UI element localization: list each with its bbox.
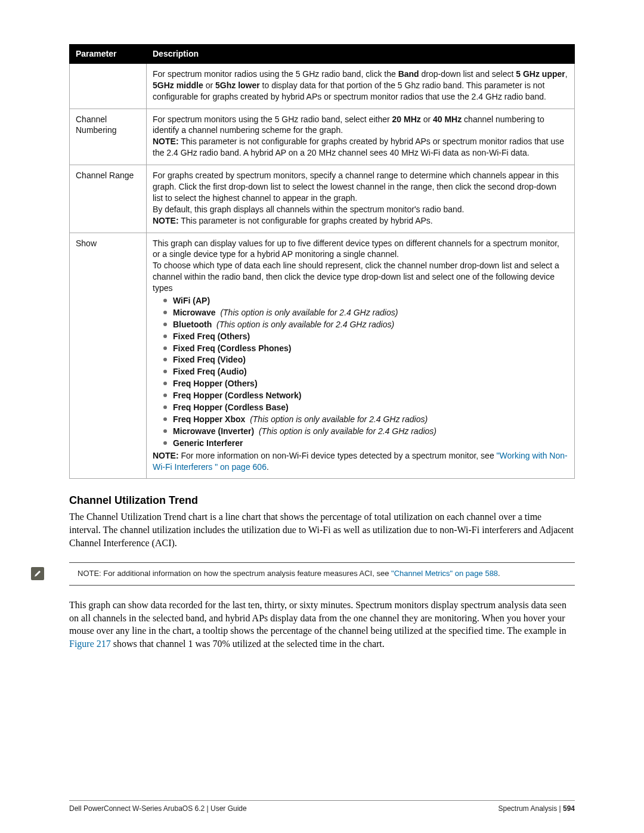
desc-cell-band: For spectrum monitor radios using the 5 … xyxy=(147,63,575,109)
list-item: Bluetooth (This option is only available… xyxy=(163,319,568,330)
list-item: Microwave (This option is only available… xyxy=(163,307,568,318)
table-header-row: Parameter Description xyxy=(70,45,575,64)
param-cell-band xyxy=(70,63,147,109)
desc-cell-channel-range: For graphs created by spectrum monitors,… xyxy=(147,165,575,233)
param-cell-channel-range: Channel Range xyxy=(70,165,147,233)
pencil-icon xyxy=(31,567,44,580)
list-item: Freq Hopper Xbox (This option is only av… xyxy=(163,414,568,425)
param-cell-show: Show xyxy=(70,233,147,479)
footer-right: Spectrum Analysis | 594 xyxy=(498,804,575,813)
desc-cell-show: This graph can display values for up to … xyxy=(147,233,575,479)
device-type-list: WiFi (AP) Microwave (This option is only… xyxy=(163,295,568,449)
list-item: Generic Interferer xyxy=(163,438,568,449)
list-item: Freq Hopper (Cordless Base) xyxy=(163,402,568,413)
header-parameter: Parameter xyxy=(70,45,147,64)
list-item: Freq Hopper (Cordless Network) xyxy=(163,390,568,401)
table-row: Show This graph can display values for u… xyxy=(70,233,575,479)
list-item: Freq Hopper (Others) xyxy=(163,378,568,389)
list-item: WiFi (AP) xyxy=(163,295,568,306)
list-item: Fixed Freq (Video) xyxy=(163,354,568,366)
header-description: Description xyxy=(147,45,575,64)
para-channel-utilization-trend-2: This graph can show data recorded for th… xyxy=(69,599,575,650)
param-cell-channel-numbering: Channel Numbering xyxy=(70,109,147,165)
table-row: For spectrum monitor radios using the 5 … xyxy=(70,63,575,109)
note-block: NOTE: For additional information on how … xyxy=(69,562,575,586)
section-heading-channel-utilization-trend: Channel Utilization Trend xyxy=(69,494,575,507)
note-text: NOTE: For additional information on how … xyxy=(69,563,575,585)
parameter-table: Parameter Description For spectrum monit… xyxy=(69,44,575,479)
list-item: Fixed Freq (Others) xyxy=(163,331,568,342)
table-row: Channel Range For graphs created by spec… xyxy=(70,165,575,233)
list-item: Fixed Freq (Audio) xyxy=(163,366,568,377)
link-channel-metrics[interactable]: "Channel Metrics" on page 588 xyxy=(391,569,498,578)
list-item: Microwave (Inverter) (This option is onl… xyxy=(163,426,568,437)
para-channel-utilization-trend-1: The Channel Utilization Trend chart is a… xyxy=(69,510,575,549)
table-row: Channel Numbering For spectrum monitors … xyxy=(70,109,575,165)
footer-left: Dell PowerConnect W-Series ArubaOS 6.2 |… xyxy=(69,804,247,813)
page-footer: Dell PowerConnect W-Series ArubaOS 6.2 |… xyxy=(69,800,575,813)
desc-cell-channel-numbering: For spectrum monitors using the 5 GHz ra… xyxy=(147,109,575,165)
link-figure-217[interactable]: Figure 217 xyxy=(69,639,111,649)
list-item: Fixed Freq (Cordless Phones) xyxy=(163,343,568,354)
